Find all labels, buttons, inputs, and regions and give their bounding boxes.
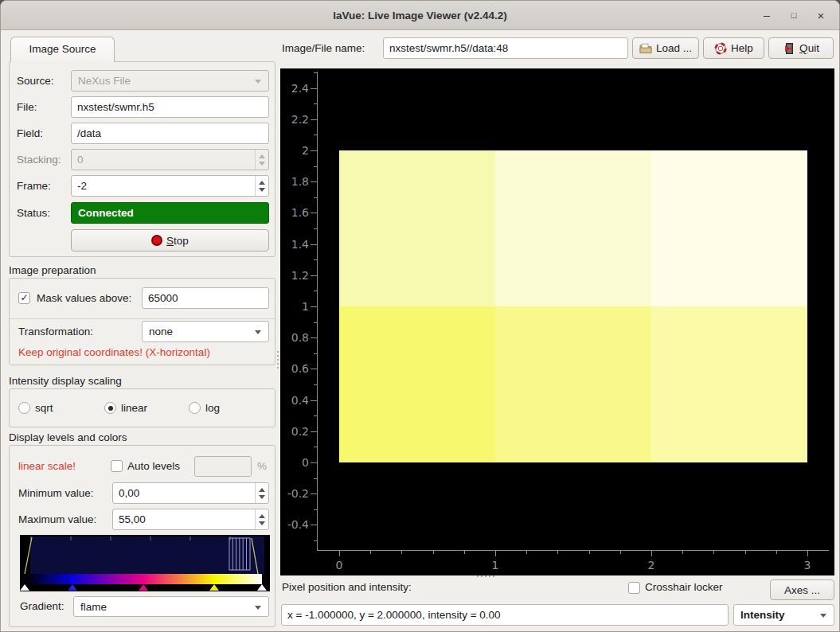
- axes-button[interactable]: Axes ...: [770, 579, 834, 600]
- status-value: Connected: [78, 207, 134, 219]
- max-spin-arrows[interactable]: [255, 509, 268, 529]
- spin-up-icon: [259, 514, 265, 518]
- source-select[interactable]: NeXus File: [71, 70, 269, 92]
- tick-label: 1: [479, 559, 511, 572]
- tick-mark: [314, 353, 317, 354]
- tick-mark: [311, 244, 317, 245]
- quit-button[interactable]: Quit: [768, 37, 834, 59]
- tick-label: -0.4: [280, 518, 309, 531]
- display-levels-header: Display levels and colors: [9, 431, 127, 444]
- tick-label: 2.2: [280, 113, 309, 126]
- frame-input[interactable]: [72, 176, 254, 196]
- stop-button[interactable]: Stop: [71, 229, 269, 252]
- position-readout-input[interactable]: [282, 605, 728, 625]
- tick-mark: [311, 400, 317, 401]
- crosshair-locker-checkbox[interactable]: [628, 582, 640, 594]
- help-button[interactable]: Help: [703, 37, 764, 59]
- tick-mark: [314, 166, 317, 167]
- source-label: Source:: [17, 70, 54, 92]
- gradient-marker-icon[interactable]: [139, 584, 148, 591]
- close-icon[interactable]: ×: [812, 7, 830, 25]
- intensity-histogram-widget[interactable]: [20, 535, 270, 591]
- auto-levels-checkbox[interactable]: [111, 460, 123, 472]
- gradient-marker-icon[interactable]: [20, 584, 29, 591]
- stop-button-label: Stop: [166, 235, 189, 247]
- tick-label: 0.2: [280, 425, 309, 438]
- tick-label: 1.8: [280, 175, 309, 188]
- minimum-value-input[interactable]: [113, 483, 254, 503]
- gradient-value: flame: [80, 601, 107, 613]
- linear-scale-note: linear scale!: [18, 460, 76, 472]
- tick-mark: [311, 150, 317, 151]
- maximum-value-spinbox[interactable]: [112, 509, 269, 530]
- maximum-value-input[interactable]: [113, 509, 254, 529]
- radio-linear[interactable]: [104, 402, 116, 414]
- stacking-label: Stacking:: [17, 149, 61, 170]
- tick-mark: [433, 551, 434, 554]
- channel-select[interactable]: Intensity: [733, 604, 834, 626]
- field-input[interactable]: [72, 123, 268, 143]
- file-input[interactable]: [72, 97, 268, 117]
- tick-mark: [314, 478, 317, 479]
- frame-spin-arrows[interactable]: [255, 176, 268, 196]
- minimum-value-spinbox[interactable]: [112, 482, 269, 504]
- tick-mark: [464, 551, 465, 554]
- field-field-wrap: [71, 123, 269, 144]
- tick-mark: [370, 551, 371, 554]
- maximum-value-label: Maximum value:: [18, 509, 96, 530]
- source-value: NeXus File: [78, 75, 131, 87]
- tick-mark: [651, 551, 652, 556]
- tick-label: 0: [323, 559, 355, 572]
- tick-mark: [314, 72, 317, 73]
- radio-sqrt-label: sqrt: [35, 397, 53, 419]
- coordinates-note: Keep original coordinates! (X-horizontal…: [18, 346, 210, 358]
- tick-mark: [314, 322, 317, 323]
- heatmap-cell: [495, 150, 651, 306]
- auto-levels-label: Auto levels: [127, 455, 180, 477]
- gradient-select[interactable]: flame: [73, 596, 269, 617]
- status-badge: Connected: [71, 202, 269, 224]
- transformation-select[interactable]: none: [142, 321, 269, 342]
- gradient-marker-icon[interactable]: [257, 584, 267, 591]
- tick-mark: [311, 525, 317, 525]
- heatmap-cell: [495, 306, 651, 462]
- tick-mark: [314, 135, 317, 135]
- spin-down-icon: [259, 188, 265, 192]
- stacking-input: [72, 150, 254, 170]
- tick-mark: [314, 291, 317, 291]
- load-button[interactable]: Load ...: [632, 37, 699, 59]
- heatmap-cell: [339, 150, 495, 306]
- status-label: Status:: [17, 202, 50, 224]
- tick-label: 2: [635, 559, 667, 572]
- heatmap-cell: [651, 306, 807, 462]
- tick-mark: [311, 88, 317, 89]
- tick-label: 1.2: [280, 269, 309, 282]
- minimize-icon[interactable]: –: [758, 7, 776, 25]
- gradient-marker-icon[interactable]: [209, 584, 219, 591]
- stacking-spin-arrows[interactable]: [255, 150, 268, 170]
- min-spin-arrows[interactable]: [255, 483, 268, 503]
- gradient-marker-icon[interactable]: [68, 584, 77, 591]
- mask-checkbox[interactable]: ✓: [18, 292, 30, 304]
- mask-field-wrap: [142, 287, 269, 309]
- stacking-spinbox[interactable]: [71, 149, 269, 170]
- image-file-input[interactable]: [384, 38, 627, 58]
- tick-mark: [314, 509, 317, 510]
- radio-log-label: log: [205, 397, 220, 419]
- radio-log[interactable]: [189, 402, 201, 414]
- file-label: File:: [17, 96, 37, 118]
- tick-mark: [311, 306, 317, 307]
- tab-image-source[interactable]: Image Source: [10, 37, 115, 62]
- mask-value-input[interactable]: [143, 288, 268, 308]
- quit-button-label: Quit: [799, 42, 819, 54]
- horizontal-splitter-handle[interactable]: [477, 575, 494, 579]
- plot-area[interactable]: 2.42.221.81.61.41.210.80.60.40.20-0.2-0.…: [280, 68, 834, 575]
- tick-label: 0.6: [280, 362, 309, 375]
- x-axis-line: [317, 550, 829, 551]
- tick-label: 0: [280, 456, 309, 469]
- frame-label: Frame:: [17, 175, 51, 197]
- vertical-splitter-handle[interactable]: [276, 349, 279, 371]
- radio-sqrt[interactable]: [18, 402, 30, 414]
- frame-spinbox[interactable]: [71, 175, 269, 197]
- maximize-icon[interactable]: □: [785, 7, 803, 25]
